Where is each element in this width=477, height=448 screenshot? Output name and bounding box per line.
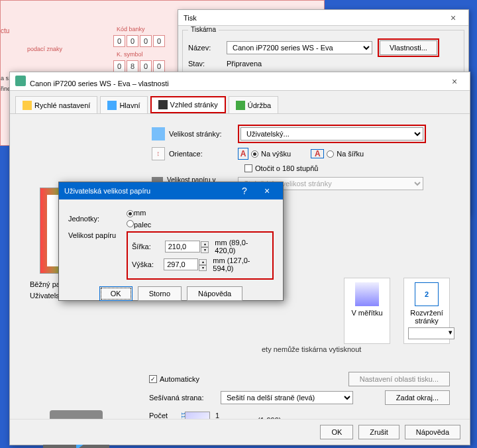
paper-title: Uživatelská velikost papíru	[64, 187, 150, 195]
auto-checkbox[interactable]: ✓	[149, 375, 157, 383]
kod-banky-boxes: 0000	[113, 35, 165, 47]
cancel-button[interactable]: Storno	[138, 286, 182, 301]
tab-maintenance[interactable]: Údržba	[229, 96, 278, 113]
ksymbol-boxes: 0800	[113, 60, 165, 72]
layout-dropdown[interactable]	[408, 327, 454, 339]
paper-size-dialog: Uživatelská velikost papíru ? × Jednotky…	[58, 182, 284, 301]
rotate-checkbox[interactable]	[244, 164, 252, 172]
width-range: mm (89,0-420,0)	[215, 239, 268, 254]
properties-button[interactable]: Vlastnosti...	[380, 40, 437, 55]
props-highlight: Vlastnosti...	[378, 38, 439, 57]
rotate-label: Otočit o 180 stupňů	[255, 164, 318, 172]
page-icon	[107, 101, 117, 110]
ok-button[interactable]: OK	[99, 286, 132, 301]
help-button[interactable]: Nápověda	[187, 286, 242, 301]
size-highlight: Šířka: 210,0▴▾ mm (89,0-420,0) Výška: 29…	[127, 231, 274, 280]
auto-label: Automaticky	[160, 375, 199, 383]
page-size-label: Velikost stránky:	[169, 130, 221, 138]
mm-radio[interactable]: mm	[127, 209, 151, 217]
ok-button[interactable]: OK	[320, 425, 353, 439]
bound-select[interactable]: Sešití na delší straně (levá)	[221, 391, 353, 404]
height-input[interactable]: 297,0▴▾	[164, 258, 198, 270]
height-range: mm (127,0-594,0)	[213, 256, 268, 272]
height-label: Výška:	[132, 260, 160, 268]
printer-name-select[interactable]: Canon iP7200 series WS - Eva	[227, 41, 372, 54]
width-spinner[interactable]: ▴▾	[201, 241, 209, 253]
dialog-buttons: OK Zrušit Nápověda	[10, 419, 470, 445]
portrait-icon: A	[238, 148, 248, 160]
layout-button[interactable]: 2 Rozvržení stránky	[403, 278, 450, 344]
tab-page-layout[interactable]: Vzhled stránky	[150, 96, 226, 113]
width-label: Šířka:	[132, 243, 161, 251]
print-area-button[interactable]: Nastavení oblasti tisku...	[348, 372, 450, 386]
margin-button[interactable]: Zadat okraj...	[385, 390, 450, 405]
wrench-icon	[236, 101, 245, 110]
tab-bar: Rychlé nastavení Hlavní Vzhled stránky Ú…	[10, 91, 470, 114]
scale-button[interactable]: V měřítku	[344, 278, 390, 344]
bound-label: Sešívaná strana:	[149, 394, 215, 402]
ctu-label: ctu	[1, 27, 9, 34]
close-icon[interactable]: ×	[256, 184, 278, 198]
close-icon[interactable]: ×	[443, 13, 463, 23]
layout-icons: V měřítku 2 Rozvržení stránky	[344, 278, 450, 344]
bolt-icon	[23, 101, 32, 110]
status-label: Stav:	[188, 60, 221, 68]
page-size-select[interactable]: Uživatelský...	[240, 127, 423, 140]
portrait-radio[interactable]: A Na výšku	[238, 148, 291, 160]
paper-titlebar: Uživatelská velikost papíru ? ×	[59, 182, 283, 199]
prop-title: Canon iP7200 series WS - Eva – vlastnost…	[30, 80, 169, 87]
print-titlebar: Tisk ×	[178, 10, 468, 26]
close-icon[interactable]: ×	[445, 76, 464, 87]
landscape-icon: A	[311, 149, 324, 158]
prop-titlebar: Canon iP7200 series WS - Eva – vlastnost…	[10, 72, 470, 91]
help-button[interactable]: Nápověda	[405, 425, 460, 439]
orient-icon: ↕	[152, 147, 165, 160]
landscape-radio[interactable]: A Na šířku	[311, 149, 364, 158]
print-title: Tisk	[184, 14, 197, 22]
tab-main[interactable]: Hlavní	[100, 96, 147, 113]
layers-icon	[158, 100, 168, 109]
papersize-label: Velikost papíru	[68, 231, 121, 239]
cancel-button[interactable]: Zrušit	[358, 425, 399, 439]
units-label: Jednotky:	[68, 215, 121, 223]
layout-icon: 2	[415, 282, 439, 306]
status-value: Připravena	[227, 60, 262, 68]
height-spinner[interactable]: ▴▾	[199, 259, 207, 271]
kod-banky-label: Kód banky	[117, 26, 145, 32]
printer-group-label: Tiskárna	[188, 26, 219, 33]
podaci-label: podací znaky	[27, 46, 62, 52]
scale-icon	[355, 282, 379, 306]
orient-label: Orientace:	[169, 150, 203, 158]
inch-radio[interactable]: palec	[127, 220, 151, 229]
ksymbol-label: K. symbol	[117, 51, 143, 58]
print-warning: ety nemůže tiskárna vytisknout	[262, 345, 361, 353]
width-input[interactable]: 210,0▴▾	[165, 241, 201, 252]
page-size-icon	[152, 127, 165, 140]
help-icon[interactable]: ?	[234, 184, 255, 198]
name-label: Název:	[188, 44, 221, 52]
printer-icon	[15, 76, 26, 86]
tab-quick[interactable]: Rychlé nastavení	[15, 96, 97, 113]
